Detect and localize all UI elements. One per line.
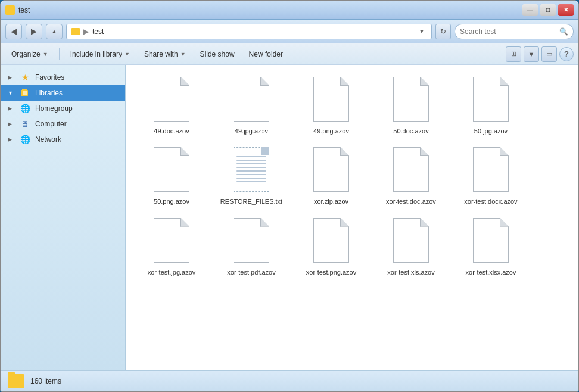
file-name: xor-test.xls.azov (387, 268, 434, 276)
file-item[interactable]: xor-test.xls.azov (372, 213, 450, 281)
forward-button[interactable]: ▶ (26, 24, 42, 39)
svg-rect-3 (22, 89, 27, 91)
file-item[interactable]: 50.doc.azov (372, 72, 450, 140)
sidebar: ▶ ★ Favorites ▼ Libraries ▶ 🌐 (1, 65, 126, 370)
breadcrumb-dropdown[interactable]: ▼ (417, 27, 427, 36)
view-dropdown-button[interactable]: ▼ (524, 46, 539, 62)
doc-icon (313, 77, 349, 122)
share-arrow: ▼ (180, 51, 186, 57)
svg-rect-4 (23, 91, 27, 95)
sidebar-item-favorites[interactable]: ▶ ★ Favorites (1, 70, 125, 85)
file-icon (310, 77, 352, 125)
file-name: xor-test.xlsx.azov (466, 268, 516, 276)
svg-rect-0 (7, 8, 14, 13)
file-name: xor-test.pdf.azov (227, 268, 275, 276)
file-icon (231, 218, 272, 266)
file-item[interactable]: xor-test.jpg.azov (133, 213, 210, 281)
window-controls: — □ ✕ (522, 4, 574, 16)
sidebar-item-computer[interactable]: ▶ 🖥 Computer (1, 116, 125, 132)
expand-libraries: ▼ (8, 90, 15, 96)
organize-arrow: ▼ (43, 51, 48, 57)
file-item[interactable]: 49.jpg.azov (213, 72, 290, 140)
favorites-label: Favorites (35, 73, 64, 82)
file-icon (390, 77, 432, 125)
help-button[interactable]: ? (559, 47, 574, 61)
file-item[interactable]: 50.jpg.azov (452, 72, 530, 140)
slideshow-label: Slide show (200, 50, 235, 58)
up-button[interactable]: ▲ (46, 24, 63, 39)
doc-icon (313, 147, 349, 192)
search-input[interactable] (460, 27, 557, 36)
breadcrumb-path: test (92, 27, 104, 36)
file-item[interactable]: xor-test.docx.azov (452, 142, 530, 210)
file-name: 49.doc.azov (154, 127, 189, 135)
favorites-icon: ★ (20, 73, 30, 82)
file-item[interactable]: RESTORE_FILES.txt (213, 142, 290, 210)
file-name: xor-test.png.azov (306, 268, 356, 276)
include-arrow: ▼ (124, 51, 130, 57)
new-folder-label: New folder (249, 50, 283, 58)
share-with-button[interactable]: Share with ▼ (138, 46, 192, 62)
file-item[interactable]: xor-test.doc.azov (372, 142, 450, 210)
file-item[interactable]: xor-test.xlsx.azov (452, 213, 530, 281)
include-label: Include in library (70, 50, 122, 58)
maximize-button[interactable]: □ (540, 4, 556, 16)
content-area: 49.doc.azov 49.jpg.azov 49.png.azov 50.d… (126, 65, 578, 370)
toolbar-right: ⊞ ▼ ▭ ? (506, 46, 574, 62)
file-item[interactable]: 49.png.azov (292, 72, 370, 140)
preview-button[interactable]: ▭ (541, 46, 557, 62)
new-folder-button[interactable]: New folder (243, 46, 289, 62)
libraries-label: Libraries (35, 89, 63, 97)
file-name: xor.zip.azov (314, 197, 348, 206)
doc-icon (234, 77, 269, 122)
slide-show-button[interactable]: Slide show (194, 46, 241, 62)
status-item-count: 160 items (30, 377, 61, 385)
homegroup-label: Homegroup (35, 104, 73, 113)
sidebar-item-network[interactable]: ▶ 🌐 Network (1, 132, 125, 147)
window-icon (5, 5, 15, 15)
include-in-library-button[interactable]: Include in library ▼ (64, 46, 136, 62)
file-icon (390, 218, 432, 266)
search-icon: 🔍 (559, 27, 568, 36)
refresh-button[interactable]: ↻ (435, 24, 451, 39)
doc-icon (393, 147, 429, 192)
file-item[interactable]: xor.zip.azov (292, 142, 370, 210)
organize-label: Organize (11, 50, 41, 58)
doc-icon (473, 147, 509, 192)
doc-icon (154, 77, 189, 122)
network-label: Network (35, 135, 61, 144)
network-icon: 🌐 (20, 135, 30, 144)
doc-icon (393, 218, 429, 263)
preview-icon: ▭ (546, 50, 552, 58)
file-item[interactable]: 50.png.azov (133, 142, 210, 210)
back-button[interactable]: ◀ (5, 24, 22, 39)
expand-favorites: ▶ (8, 74, 15, 80)
file-icon (151, 77, 192, 125)
organize-button[interactable]: Organize ▼ (5, 46, 54, 62)
file-name: xor-test.docx.azov (464, 197, 517, 206)
file-item[interactable]: 49.doc.azov (133, 72, 210, 140)
close-button[interactable]: ✕ (558, 4, 574, 16)
doc-icon (154, 147, 189, 192)
statusbar: 160 items (1, 370, 578, 391)
explorer-window: test — □ ✕ ◀ ▶ ▲ ▶ test ▼ ↻ 🔍 Organize ▼ (0, 0, 579, 392)
doc-icon (473, 218, 509, 263)
breadcrumb-bar[interactable]: ▶ test ▼ (66, 24, 432, 39)
sidebar-item-homegroup[interactable]: ▶ 🌐 Homegroup (1, 101, 125, 116)
file-icon (231, 147, 272, 195)
file-item[interactable]: xor-test.png.azov (292, 213, 370, 281)
computer-label: Computer (35, 120, 67, 128)
breadcrumb-folder-icon (71, 28, 80, 35)
file-icon (151, 147, 192, 195)
doc-icon (154, 218, 189, 263)
view-button[interactable]: ⊞ (506, 46, 521, 62)
file-icon (310, 218, 352, 266)
minimize-button[interactable]: — (522, 4, 538, 16)
file-icon (470, 77, 512, 125)
sidebar-item-libraries[interactable]: ▼ Libraries (1, 85, 125, 101)
search-bar[interactable]: 🔍 (455, 24, 574, 39)
file-item[interactable]: xor-test.pdf.azov (213, 213, 290, 281)
status-folder-icon (8, 374, 24, 388)
file-icon (470, 147, 512, 195)
window-title: test (18, 6, 30, 14)
